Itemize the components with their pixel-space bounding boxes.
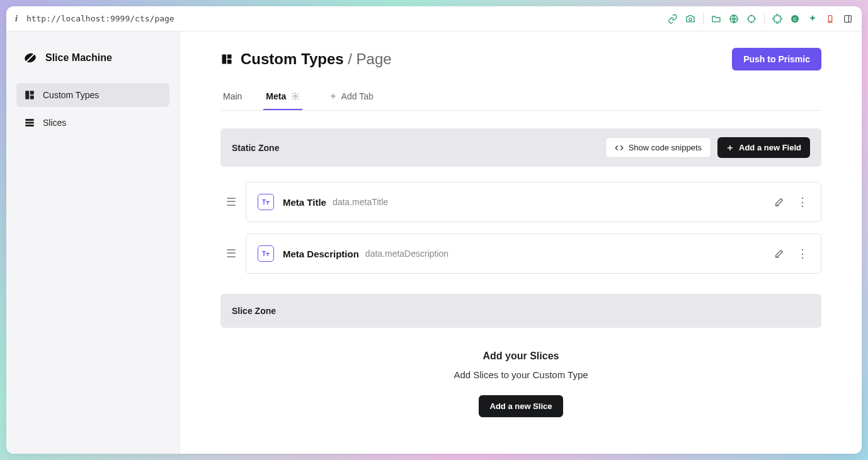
svg-rect-11 (25, 119, 34, 121)
camera-icon[interactable] (685, 14, 695, 24)
circle-c-icon[interactable]: C (790, 14, 800, 24)
puzzle-icon[interactable] (772, 14, 782, 24)
svg-point-17 (295, 95, 297, 98)
browser-toolbar: C (668, 13, 853, 25)
field-card-meta-description: Tᴛ Meta Description data.metaDescription… (246, 233, 821, 274)
field-row: ☰ Tᴛ Meta Title data.metaTitle ⋮ (226, 182, 821, 222)
field-card-meta-title: Tᴛ Meta Title data.metaTitle ⋮ (246, 182, 821, 222)
toolbar-divider (703, 13, 704, 25)
edit-icon[interactable] (774, 197, 784, 207)
gear-icon[interactable] (291, 92, 300, 101)
page-header: Custom Types / Page Push to Prismic (220, 48, 821, 70)
brand-label: Slice Machine (45, 52, 112, 64)
svg-point-0 (689, 18, 692, 20)
more-icon[interactable]: ⋮ (796, 195, 809, 209)
info-icon: i (15, 14, 18, 24)
push-to-prismic-button[interactable]: Push to Prismic (732, 48, 821, 70)
link-icon[interactable] (668, 14, 678, 24)
field-path: data.metaTitle (333, 197, 388, 207)
static-zone-label: Static Zone (232, 143, 279, 153)
tabs-bar: Main Meta + Add Tab (220, 83, 821, 111)
svg-rect-6 (845, 15, 852, 22)
show-snippets-label: Show code snippets (629, 143, 702, 152)
target-icon[interactable] (746, 14, 757, 24)
svg-rect-14 (222, 55, 227, 64)
sidebar-item-label: Custom Types (43, 90, 99, 100)
custom-types-icon (220, 53, 233, 65)
toolbar-divider (764, 13, 765, 25)
fields-list: ☰ Tᴛ Meta Title data.metaTitle ⋮ ☰ T (220, 182, 821, 274)
page-title: Custom Types / Page (241, 50, 392, 68)
svg-rect-10 (30, 96, 34, 99)
empty-slices-title: Add your Slices (220, 351, 821, 362)
add-new-slice-button[interactable]: Add a new Slice (479, 395, 564, 417)
slice-zone-header: Slice Zone (220, 294, 821, 328)
drag-handle-icon[interactable]: ☰ (226, 195, 237, 209)
svg-rect-13 (25, 125, 34, 126)
tab-meta[interactable]: Meta (263, 84, 302, 110)
sparkle-icon[interactable] (808, 14, 818, 24)
main-content: Custom Types / Page Push to Prismic Main… (180, 31, 862, 454)
drag-handle-icon[interactable]: ☰ (226, 247, 237, 261)
text-field-icon: Tᴛ (258, 245, 274, 262)
static-zone-header: Static Zone Show code snippets Add a new… (220, 128, 821, 167)
tab-label: Main (223, 91, 242, 101)
add-new-field-button[interactable]: Add a new Field (717, 137, 810, 158)
breadcrumb-section: Custom Types (241, 50, 344, 67)
breadcrumb-separator: / (348, 50, 356, 67)
edit-icon[interactable] (774, 249, 784, 259)
svg-rect-8 (25, 91, 29, 99)
svg-rect-16 (227, 60, 232, 64)
folder-icon[interactable] (711, 14, 721, 24)
svg-rect-15 (227, 55, 232, 59)
slices-icon (24, 117, 35, 128)
show-code-snippets-button[interactable]: Show code snippets (605, 137, 711, 158)
tab-main[interactable]: Main (220, 84, 244, 110)
slice-zone-label: Slice Zone (232, 306, 276, 316)
tab-label: Meta (266, 91, 286, 101)
browser-address-bar: i http://localhost:9999/cts/page C (6, 6, 862, 31)
plus-icon (726, 144, 734, 152)
app-shell: Slice Machine Custom Types Slices Custom… (6, 31, 862, 454)
svg-rect-9 (30, 91, 34, 94)
plus-icon: + (330, 91, 336, 102)
svg-text:C: C (793, 16, 797, 21)
sidebar-item-slices[interactable]: Slices (16, 111, 169, 135)
more-icon[interactable]: ⋮ (796, 247, 809, 261)
add-tab-label: Add Tab (341, 91, 374, 101)
panel-icon[interactable] (843, 14, 853, 24)
sidebar: Slice Machine Custom Types Slices (6, 31, 180, 454)
field-path: data.metaDescription (365, 249, 448, 259)
sidebar-item-label: Slices (43, 118, 66, 128)
alert-icon[interactable] (825, 14, 835, 24)
add-tab-button[interactable]: + Add Tab (328, 83, 375, 111)
breadcrumb-current: Page (357, 50, 392, 67)
globe-icon[interactable] (729, 14, 739, 24)
custom-types-icon (24, 89, 35, 101)
field-title: Meta Title (283, 197, 326, 208)
sidebar-item-custom-types[interactable]: Custom Types (16, 83, 169, 107)
empty-slices-sub: Add Slices to your Custom Type (220, 369, 821, 380)
field-title: Meta Description (283, 249, 359, 259)
brand[interactable]: Slice Machine (16, 50, 169, 83)
empty-slices: Add your Slices Add Slices to your Custo… (220, 351, 821, 417)
add-field-label: Add a new Field (739, 143, 801, 152)
svg-rect-5 (828, 15, 831, 21)
browser-window: i http://localhost:9999/cts/page C Slice… (6, 6, 862, 454)
brand-icon (23, 50, 38, 65)
text-field-icon: Tᴛ (258, 194, 274, 210)
svg-rect-12 (25, 122, 34, 124)
field-row: ☰ Tᴛ Meta Description data.metaDescripti… (226, 233, 821, 274)
url-text: http://localhost:9999/cts/page (26, 14, 174, 23)
svg-point-2 (748, 15, 755, 22)
code-icon (615, 143, 624, 152)
